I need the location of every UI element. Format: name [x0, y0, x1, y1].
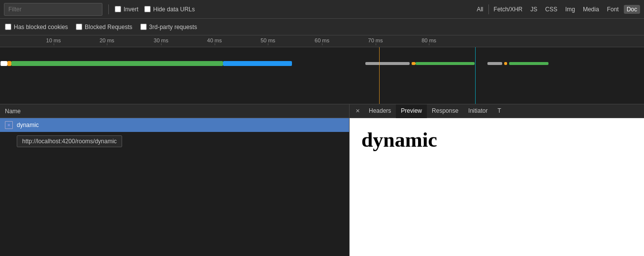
wf-row-3-gray — [487, 62, 502, 65]
wf-row-3-green — [509, 62, 548, 65]
invert-label: Invert — [124, 6, 138, 13]
name-column-header: Name — [5, 108, 21, 115]
type-fetch-xhr-button[interactable]: Fetch/XHR — [491, 5, 526, 14]
ruler-tick-70ms: 70 ms — [368, 37, 383, 43]
timeline-ruler: 10 ms 20 ms 30 ms 40 ms 50 ms 60 ms 70 m… — [0, 35, 644, 47]
third-party-label[interactable]: 3rd-party requests — [140, 24, 197, 31]
doc-icon: ≡ — [5, 121, 13, 129]
ruler-tick-30ms: 30 ms — [154, 37, 168, 43]
ruler-tick-10ms: 10 ms — [46, 37, 61, 43]
url-box[interactable]: http://localhost:4200/rooms/dynamic — [17, 135, 122, 147]
ruler-tick-60ms: 60 ms — [315, 37, 329, 43]
wf-row-1-white — [0, 61, 7, 66]
type-filter-bar: All Fetch/XHR JS CSS Img Media Font Doc — [474, 4, 640, 14]
bottom-split: Name ≡ dynamic http://localhost:4200/roo… — [0, 104, 644, 256]
hide-data-urls-label: Hide data URLs — [153, 6, 195, 13]
wf-row-1-blue — [223, 61, 292, 66]
blocked-requests-label[interactable]: Blocked Requests — [76, 24, 132, 31]
right-panel: Headers Preview Response Initiator T dyn… — [350, 104, 644, 256]
ruler-tick-80ms: 80 ms — [421, 37, 436, 43]
filter-row2: Has blocked cookies Blocked Requests 3rd… — [0, 19, 644, 35]
timeline-area: 10 ms 20 ms 30 ms 40 ms 50 ms 60 ms 70 m… — [0, 35, 644, 104]
has-blocked-cookies-checkbox[interactable] — [5, 24, 11, 30]
filter-bar: Invert Hide data URLs All Fetch/XHR JS C… — [0, 0, 644, 19]
tab-preview[interactable]: Preview — [396, 104, 427, 118]
wf-row-3-orange — [504, 62, 507, 65]
third-party-checkbox[interactable] — [140, 24, 147, 30]
request-row[interactable]: ≡ dynamic — [0, 118, 349, 132]
invert-checkbox-label[interactable]: Invert — [115, 6, 138, 13]
tab-headers[interactable]: Headers — [364, 104, 396, 118]
right-tabs: Headers Preview Response Initiator T — [350, 104, 644, 118]
wf-row-1-green — [11, 61, 223, 66]
tab-initiator[interactable]: Initiator — [463, 104, 492, 118]
close-panel-button[interactable] — [352, 104, 364, 118]
type-divider — [488, 4, 489, 14]
hide-data-urls-checkbox[interactable] — [144, 6, 151, 12]
request-name: dynamic — [17, 122, 39, 128]
timeline-content — [0, 47, 644, 104]
url-row: http://localhost:4200/rooms/dynamic — [0, 132, 349, 151]
invert-checkbox[interactable] — [115, 6, 121, 12]
type-img-button[interactable]: Img — [562, 5, 578, 14]
ruler-tick-40ms: 40 ms — [207, 37, 222, 43]
preview-content: dynamic — [361, 128, 437, 152]
has-blocked-cookies-label[interactable]: Has blocked cookies — [5, 24, 68, 31]
tab-timing[interactable]: T — [492, 104, 506, 118]
left-panel: Name ≡ dynamic http://localhost:4200/roo… — [0, 104, 350, 256]
type-all-button[interactable]: All — [474, 5, 486, 14]
type-js-button[interactable]: JS — [527, 5, 540, 14]
filter-divider — [108, 4, 109, 14]
has-blocked-cookies-text: Has blocked cookies — [14, 24, 68, 31]
type-font-button[interactable]: Font — [604, 5, 622, 14]
wf-row-1-orange — [7, 61, 11, 66]
vline-orange — [379, 47, 380, 104]
type-media-button[interactable]: Media — [580, 5, 602, 14]
filter-input[interactable] — [4, 3, 102, 16]
wf-row-2-gray — [365, 62, 410, 65]
vline-teal — [475, 47, 476, 104]
type-css-button[interactable]: CSS — [542, 5, 560, 14]
blocked-requests-text: Blocked Requests — [85, 24, 132, 31]
tab-response[interactable]: Response — [427, 104, 463, 118]
wf-row-2-orange — [412, 62, 416, 65]
wf-row-2-green — [416, 62, 475, 65]
ruler-tick-50ms: 50 ms — [260, 37, 275, 43]
ruler-tick-20ms: 20 ms — [99, 37, 114, 43]
column-header: Name — [0, 104, 349, 118]
third-party-text: 3rd-party requests — [149, 24, 197, 31]
blocked-requests-checkbox[interactable] — [76, 24, 82, 30]
type-doc-button[interactable]: Doc — [624, 5, 640, 14]
preview-area: dynamic — [350, 118, 644, 256]
hide-data-urls-checkbox-label[interactable]: Hide data URLs — [144, 6, 195, 13]
